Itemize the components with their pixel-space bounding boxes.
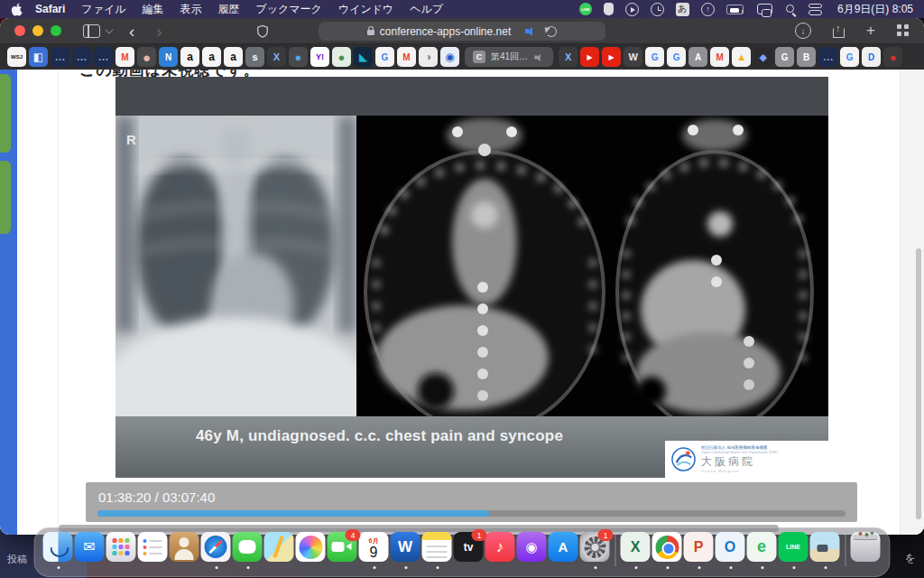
pinned-tab-face-site[interactable]: ● [137, 47, 156, 67]
dock-mail[interactable]: ✉ [75, 532, 106, 568]
video-player[interactable]: R [116, 77, 828, 478]
dock-podcasts[interactable]: ◉ [517, 532, 548, 568]
input-status-icon[interactable]: あ [676, 3, 689, 16]
pinned-tab-a-grey[interactable]: A [688, 47, 707, 67]
up-status-icon[interactable] [701, 3, 715, 16]
dock-finder[interactable] [43, 532, 74, 568]
rail-button-1[interactable] [0, 74, 11, 153]
dock-notes[interactable] [422, 532, 453, 568]
dock-excel[interactable]: X [621, 532, 651, 568]
pinned-tab-gmail[interactable]: M [116, 47, 134, 67]
pinned-tab-b-grey[interactable]: B [797, 47, 816, 67]
pinned-tab-d-site[interactable]: D [862, 47, 881, 67]
menu-item-5[interactable]: ウインドウ [338, 2, 393, 17]
dock-photos[interactable] [296, 532, 327, 568]
dock-reminders[interactable] [138, 532, 169, 568]
progress-track[interactable] [97, 510, 845, 517]
dock-music[interactable]: ♪ [485, 532, 516, 568]
pinned-tab-g-grey[interactable]: G [775, 47, 794, 67]
pinned-tab-red-site[interactable]: ● [883, 47, 902, 67]
menu-item-3[interactable]: 履歴 [217, 2, 239, 17]
pinned-tab-gmail-3[interactable]: M [710, 47, 729, 67]
evernote-status-icon[interactable] [604, 3, 614, 15]
menubar-clock[interactable]: 6月9日(日) 8:05 [837, 2, 913, 17]
dock-apple-tv[interactable]: tv1 [454, 532, 485, 568]
pinned-tab-google-1[interactable]: G [375, 47, 394, 67]
pinned-tab-gmail-2[interactable]: M [397, 47, 416, 67]
privacy-shield-icon[interactable] [256, 24, 269, 42]
pinned-tab-youtube-1[interactable]: ▶ [580, 47, 599, 67]
clockic-status-icon[interactable] [651, 3, 664, 16]
menu-item-4[interactable]: ブックマーク [255, 2, 321, 17]
dock-safari[interactable] [201, 532, 232, 568]
pinned-tab-triangle-site[interactable]: ◣ [354, 47, 373, 67]
active-app-name[interactable]: Safari [35, 3, 65, 15]
dock-messages[interactable] [233, 532, 263, 568]
pinned-tab-s-site[interactable]: s [245, 47, 264, 67]
dock-line-app[interactable]: LINE [779, 532, 809, 568]
share-icon[interactable] [833, 24, 845, 38]
pinned-tab-wsj[interactable]: WSJ [7, 47, 26, 67]
menu-item-6[interactable]: ヘルプ [410, 2, 443, 17]
dock-maps[interactable] [264, 532, 295, 568]
pinned-tab-shield-site[interactable]: ◉ [440, 47, 459, 67]
tab-overview-icon[interactable] [897, 24, 910, 37]
pinned-tab-news-3[interactable]: … [94, 47, 113, 67]
pinned-tab-news-2[interactable]: … [72, 47, 91, 67]
dock-contacts[interactable] [170, 532, 200, 568]
sidebar-toggle-icon[interactable] [83, 24, 100, 38]
search-status-icon[interactable] [784, 3, 797, 15]
dock-chrome[interactable] [652, 532, 683, 568]
reload-icon[interactable] [546, 26, 557, 37]
dock-powerpoint[interactable]: P [684, 532, 715, 568]
menu-item-0[interactable]: ファイル [81, 2, 125, 17]
apple-menu-icon[interactable] [11, 3, 23, 16]
pinned-tab-wordpress[interactable]: W [624, 47, 642, 67]
address-bar[interactable]: conference-apps-online.net [319, 22, 605, 41]
pinned-tab-x[interactable]: X [267, 47, 286, 67]
pinned-tab-gemini[interactable]: ◆ [753, 47, 772, 67]
pinned-tab-drive[interactable]: ▲ [732, 47, 751, 67]
minimize-button[interactable] [32, 25, 43, 36]
active-tab[interactable]: C 第41回… [465, 47, 553, 67]
line-status-icon[interactable] [579, 3, 592, 15]
dock-facetime[interactable]: 4 [328, 532, 358, 568]
pinned-tab-circle-site[interactable]: ◑ [419, 47, 438, 67]
chevron-down-icon[interactable] [105, 25, 113, 33]
vertical-scrollbar[interactable] [916, 248, 921, 519]
rail-button-2[interactable] [0, 161, 11, 234]
new-tab-icon[interactable]: + [866, 22, 875, 40]
pinned-tab-news-4[interactable]: … [818, 47, 837, 67]
dock-calendar[interactable]: 6月9 [359, 532, 390, 568]
play-status-icon[interactable] [625, 3, 639, 16]
forward-button[interactable]: › [145, 23, 172, 40]
handoff-status-icon[interactable] [757, 4, 772, 14]
cc-status-icon[interactable] [808, 4, 822, 15]
pinned-tab-google-3[interactable]: G [667, 47, 686, 67]
dock-launchpad[interactable] [106, 532, 137, 568]
tab-audio-icon[interactable] [525, 26, 537, 36]
pinned-tab-amazon-2[interactable]: a [202, 47, 221, 67]
pinned-tab-yahoo-japan[interactable]: Y! [310, 47, 329, 67]
dock-pictures-folder[interactable] [810, 532, 841, 568]
pinned-tab-x-2[interactable]: X [559, 47, 578, 67]
back-button[interactable]: ‹ [118, 23, 145, 40]
pinned-tab-google-2[interactable]: G [645, 47, 664, 67]
pinned-tab-google-4[interactable]: G [840, 47, 859, 67]
pinned-tab-amazon-3[interactable]: a [224, 47, 243, 67]
dock-evernote[interactable]: e [747, 532, 778, 568]
menu-item-2[interactable]: 表示 [180, 2, 201, 17]
downloads-icon[interactable]: ↓ [795, 23, 811, 39]
pinned-tab-news-1[interactable]: … [51, 47, 69, 67]
battery-status-icon[interactable] [726, 5, 744, 14]
dock-app-store[interactable]: A [549, 532, 579, 568]
menu-item-1[interactable]: 編集 [142, 2, 163, 17]
active-tab-audio-icon[interactable] [534, 53, 543, 61]
close-button[interactable] [14, 25, 25, 36]
pinned-tab-n-site[interactable]: N [159, 47, 178, 67]
pinned-tab-blue-site[interactable]: ◧ [29, 47, 48, 67]
dock-outlook[interactable]: O [716, 532, 746, 568]
dock-trash[interactable] [851, 532, 882, 568]
pinned-tab-youtube-2[interactable]: ▶ [602, 47, 621, 67]
dock-system-settings[interactable]: 1 [580, 532, 611, 568]
